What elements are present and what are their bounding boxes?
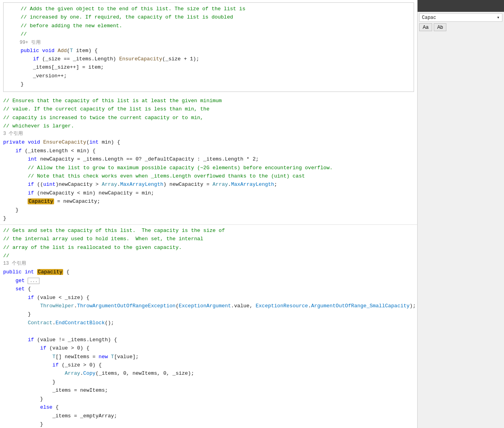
cap-close-if-throw: } [3,310,414,318]
capacity-section: // Gets and sets the capacity of this li… [0,225,417,428]
cap-empty-array: _items = _emptyArray; [3,412,414,420]
comment-line-3: // before adding the new element. [8,22,409,30]
cap-empty-line [3,327,414,335]
comment-line-4: // [8,30,409,39]
cap-if-gt0: if (value > 0) { [3,344,414,352]
ec-capacity-assign: Capacity = newCapacity; [3,197,414,206]
right-panel: Capac ▾ Aa Ab [417,0,504,428]
cap-close-else: } [3,420,414,428]
cap-comment-1: // Gets and sets the capacity of this li… [3,226,414,235]
folded-code-block: // Adds the given object to the end of t… [3,2,414,92]
comment-line-2: // increased by one. If required, the ca… [8,13,409,22]
right-panel-content: Capac ▾ Aa Ab [418,12,504,33]
cap-items-assign: _items = newItems; [3,386,414,394]
ec-if-length: if (_items.Length < min) { [3,147,414,155]
ec-newcap: int newCapacity = _items.Length == 0? _d… [3,155,414,163]
right-panel-dropdown[interactable]: Capac ▾ [419,13,502,22]
cap-newitems: T[] newItems = new T[value]; [3,353,414,361]
editor-container: // Adds the given object to the end of t… [0,0,504,428]
dropdown-label: Capac [422,15,436,21]
ec-comment-2: // value. If the currect capacity of the… [3,105,414,113]
code-line-add-sig: public void Add(T item) { [8,47,409,55]
cap-get: get ... [3,277,414,285]
ec-close-method: } [3,214,414,222]
ref-count-2: 3 个引用 [3,130,414,138]
cap-contract: Contract.EndContractBlock(); [3,319,414,327]
cap-comment-3: // array of the list is reallocated to t… [3,243,414,252]
cap-comment-2: // the internal array used to hold items… [3,235,414,243]
ec-close-if: } [3,206,414,214]
cap-if-length: if (value != _items.Length) { [3,336,414,344]
ec-sig: private void EnsureCapacity(int min) { [3,138,414,146]
code-area[interactable]: // Adds the given object to the end of t… [0,0,417,428]
btn-ab[interactable]: Ab [434,23,447,31]
cap-array-copy: Array.Copy(_items, 0, newItems, 0, _size… [3,369,414,378]
cap-sig: public int Capacity { [3,268,414,276]
cap-close-if-size: } [3,378,414,386]
ec-if-min: if (newCapacity < min) newCapacity = min… [3,189,414,197]
comment-line-1: // Adds the given object to the end of t… [8,5,409,13]
cap-comment-4: // [3,252,414,260]
code-line-version: _version++; [8,72,409,80]
cap-throw: ThrowHelper.ThrowArgumentOutOfRangeExcep… [3,302,414,310]
ec-comment-4: // whichever is larger. [3,122,414,130]
cap-if-size: if (_size > 0) { [3,361,414,369]
cap-close-if-gt0: } [3,395,414,403]
cap-if-value: if (value < _size) { [3,293,414,302]
code-line-items: _items[_size++] = item; [8,64,409,72]
ensure-capacity-section: // Ensures that the capacity of this lis… [0,95,417,224]
ref-count-1: 99+ 引用 [8,39,409,47]
main-editor: // Adds the given object to the end of t… [0,0,417,428]
right-panel-buttons: Aa Ab [419,23,502,31]
ec-comment-allow: // Allow the list to grow to maximum pos… [3,164,414,172]
right-panel-top-bar [418,0,504,12]
code-line-ensure: if (_size == _items.Length) EnsureCapaci… [8,55,409,64]
ec-if-uint: if ((uint)newCapacity > Array.MaxArrayLe… [3,180,414,189]
ec-comment-1: // Ensures that the capacity of this lis… [3,97,414,105]
ref-count-3: 13 个引用 [3,260,414,268]
ec-comment-3: // capacity is increased to twice the cu… [3,114,414,122]
cap-else: else { [3,403,414,411]
ec-comment-note: // Note that this check works even when … [3,172,414,180]
chevron-down-icon: ▾ [497,15,500,21]
code-line-close1: } [8,80,409,89]
cap-set-open: set { [3,285,414,293]
btn-aa[interactable]: Aa [419,23,432,31]
